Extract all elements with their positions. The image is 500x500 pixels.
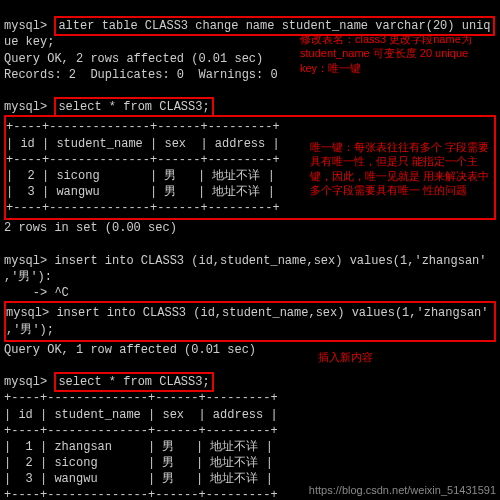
rows-in-set-1: 2 rows in set (0.00 sec) bbox=[4, 221, 177, 235]
sql-insert-line: mysql> insert into CLASS3 (id,student_na… bbox=[6, 306, 489, 320]
table-border: +----+--------------+------+---------+ bbox=[6, 120, 280, 134]
sql-insert-cont: ,'男'); bbox=[6, 323, 54, 337]
sql-insert-err: mysql> insert into CLASS3 (id,student_na… bbox=[4, 254, 486, 268]
table-border: +----+--------------+------+---------+ bbox=[4, 488, 278, 500]
table-border: +----+--------------+------+---------+ bbox=[4, 391, 278, 405]
mysql-prompt: mysql> bbox=[4, 375, 54, 389]
mysql-prompt: mysql> bbox=[4, 19, 54, 33]
sql-alter-cont: ue key; bbox=[4, 35, 54, 49]
annotation-insert-explain: 插入新内容 bbox=[318, 350, 418, 364]
table-row: | 3 | wangwu | 男 | 地址不详 | bbox=[6, 185, 275, 199]
query-ok-2: Query OK, 1 row affected (0.01 sec) bbox=[4, 343, 256, 357]
table-header-1: | id | student_name | sex | address | bbox=[6, 137, 280, 151]
highlighted-sql-select2: select * from CLASS3; bbox=[54, 372, 213, 392]
table-row: | 1 | zhangsan | 男 | 地址不详 | bbox=[4, 440, 273, 454]
table-border: +----+--------------+------+---------+ bbox=[6, 201, 280, 215]
highlighted-sql-insert: mysql> insert into CLASS3 (id,student_na… bbox=[4, 301, 496, 341]
sql-select-1: mysql> select * from CLASS3; bbox=[4, 100, 214, 114]
table-header-2: | id | student_name | sex | address | bbox=[4, 408, 278, 422]
highlighted-sql-select1: select * from CLASS3; bbox=[54, 97, 213, 117]
annotation-alter-explain: 修改表名：class3 更改字段name为 student_name 可变长度 … bbox=[300, 32, 490, 75]
mysql-prompt: mysql> bbox=[6, 306, 56, 320]
table-row: | 2 | sicong | 男 | 地址不详 | bbox=[4, 456, 273, 470]
table-row: | 2 | sicong | 男 | 地址不详 | bbox=[6, 169, 275, 183]
watermark-text: https://blog.csdn.net/weixin_51431591 bbox=[309, 484, 496, 496]
table-border: +----+--------------+------+---------+ bbox=[6, 153, 280, 167]
cancel-line: -> ^C bbox=[4, 286, 69, 300]
records-line: Records: 2 Duplicates: 0 Warnings: 0 bbox=[4, 68, 278, 82]
table-row: | 3 | wangwu | 男 | 地址不详 | bbox=[4, 472, 273, 486]
sql-select-2: mysql> select * from CLASS3; bbox=[4, 375, 214, 389]
annotation-unique-key-explain: 唯一键：每张表往往有多个 字段需要具有唯一性，但是只 能指定一个主键，因此，唯一… bbox=[310, 140, 495, 197]
table-border: +----+--------------+------+---------+ bbox=[4, 424, 278, 438]
sql-insert-err-cont: ,'男'): bbox=[4, 270, 52, 284]
query-ok-1: Query OK, 2 rows affected (0.01 sec) bbox=[4, 52, 263, 66]
mysql-prompt: mysql> bbox=[4, 100, 54, 114]
sql-insert-text: insert into CLASS3 (id,student_name,sex)… bbox=[56, 306, 488, 320]
terminal-output: mysql> alter table CLASS3 change name st… bbox=[0, 0, 500, 500]
